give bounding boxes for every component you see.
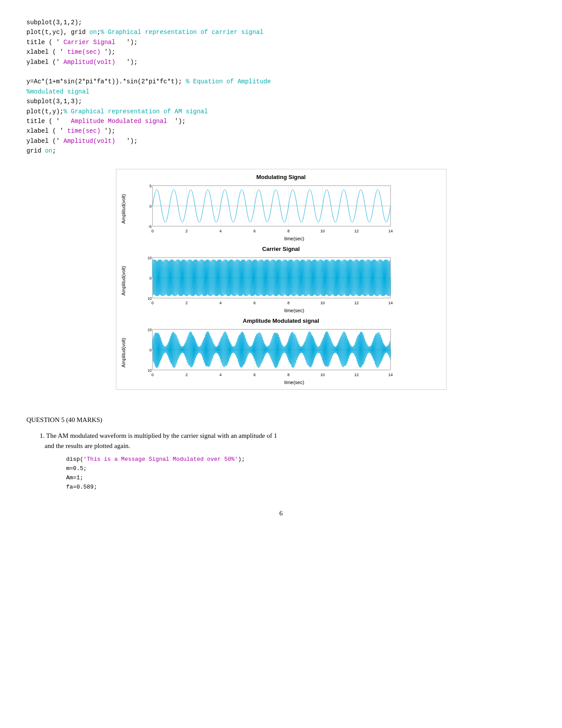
x-label-0: time(sec)	[284, 236, 304, 241]
chart-row-1: Amplitud(volt)100-1002468101214	[121, 254, 442, 307]
chart-title-0: Modulating Signal	[257, 174, 306, 180]
svg-text:-5: -5	[148, 224, 152, 229]
svg-text:10: 10	[320, 229, 324, 233]
svg-text:10: 10	[320, 373, 324, 377]
svg-text:4: 4	[219, 373, 221, 377]
svg-text:0: 0	[149, 348, 151, 352]
svg-text:8: 8	[287, 301, 290, 305]
svg-text:0: 0	[151, 373, 153, 377]
svg-text:14: 14	[388, 229, 392, 233]
svg-text:0: 0	[151, 301, 153, 305]
svg-text:6: 6	[253, 373, 255, 377]
svg-text:12: 12	[354, 301, 358, 305]
svg-text:14: 14	[388, 301, 392, 305]
svg-text:14: 14	[388, 373, 392, 377]
svg-text:6: 6	[253, 301, 255, 305]
page-number: 6	[26, 510, 536, 517]
svg-text:-10: -10	[148, 368, 152, 373]
svg-text:10: 10	[148, 328, 152, 332]
question-section: QUESTION 5 (40 MARKS) 1. The AM modulate…	[26, 416, 536, 492]
svg-text:0: 0	[151, 229, 153, 233]
y-label-2: Amplitud(volt)	[121, 338, 147, 367]
svg-text:4: 4	[219, 301, 221, 305]
question-item-1: 1. The AM modulated waveform is multipli…	[40, 431, 536, 492]
svg-text:12: 12	[354, 373, 358, 377]
svg-text:12: 12	[354, 229, 358, 233]
y-label-1: Amplitud(volt)	[121, 266, 147, 295]
svg-text:4: 4	[219, 229, 221, 233]
chart-svg-0: 50-502468101214	[148, 182, 395, 235]
svg-text:6: 6	[253, 229, 255, 233]
chart-svg-2: 100-1002468101214	[148, 326, 395, 379]
svg-text:8: 8	[287, 229, 290, 233]
chart-container: Modulating SignalAmplitud(volt)50-502468…	[116, 169, 447, 390]
svg-text:2: 2	[185, 301, 187, 305]
chart-title-1: Carrier Signal	[262, 246, 300, 252]
question-item-text: 1. The AM modulated waveform is multipli…	[40, 431, 536, 451]
svg-text:2: 2	[185, 373, 187, 377]
svg-text:8: 8	[287, 373, 290, 377]
y-label-0: Amplitud(volt)	[121, 194, 147, 224]
chart-row-2: Amplitud(volt)100-1002468101214	[121, 326, 442, 379]
svg-text:0: 0	[149, 204, 151, 209]
svg-text:10: 10	[148, 256, 152, 260]
code-block-top: subplot(3,1,2); plot(t,yc), grid on;% Gr…	[26, 18, 536, 156]
chart-svg-1: 100-1002468101214	[148, 254, 395, 307]
svg-text:-10: -10	[148, 296, 152, 301]
chart-row-0: Amplitud(volt)50-502468101214	[121, 182, 442, 235]
x-label-1: time(sec)	[284, 308, 304, 313]
svg-text:10: 10	[320, 301, 324, 305]
chart-title-2: Amplitude Modulated signal	[243, 317, 319, 324]
svg-text:2: 2	[185, 229, 187, 233]
svg-text:0: 0	[149, 276, 151, 280]
svg-text:5: 5	[149, 184, 151, 188]
x-label-2: time(sec)	[284, 380, 304, 385]
question-code-block: disp('This is a Message Signal Modulated…	[66, 455, 536, 492]
question-title: QUESTION 5 (40 MARKS)	[26, 416, 536, 424]
